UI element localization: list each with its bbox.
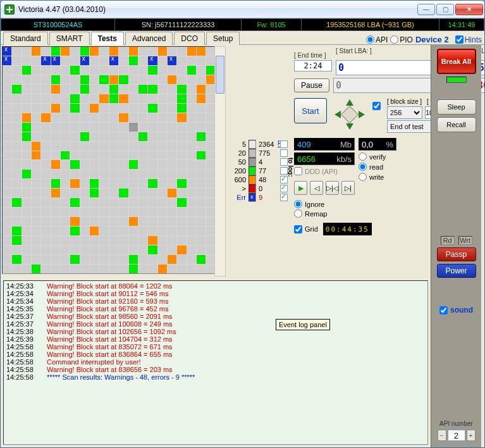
end-time-field[interactable] [294,60,332,72]
legend-log-checkbox[interactable] [280,140,288,148]
scan-cell [177,94,186,103]
scan-cell [61,255,70,264]
scan-cell [119,246,128,254]
legend-swatch [249,149,256,158]
rewind-button[interactable]: ◁ [310,181,323,195]
play-button[interactable]: ▶ [294,181,307,195]
scan-cell [109,94,118,103]
scan-cell [51,132,60,141]
scan-cell [99,179,108,188]
seek-up-icon[interactable] [346,99,353,106]
maximize-button[interactable]: ▢ [436,4,454,15]
sleep-button[interactable]: Sleep [437,99,476,115]
titlebar[interactable]: Victoria 4.47 (03.04.2010) — ▢ ✕ [1,1,484,18]
legend-log-checkbox[interactable] [280,167,288,175]
block-size-label: [ block size ] [387,98,422,105]
scan-cell [148,104,157,113]
scan-cell [22,236,31,245]
scan-cell [41,246,50,254]
scan-cell [148,123,157,132]
recall-button[interactable]: Recall [437,117,476,132]
scan-cell [80,264,89,273]
legend-log-checkbox[interactable] [280,176,288,184]
tab-setup[interactable]: Setup [206,32,240,45]
tab-dco[interactable]: DCO [174,32,205,45]
tab-advanced[interactable]: Advanced [125,32,173,45]
block-size-select[interactable]: 256 [387,106,422,119]
scan-cell [51,264,60,273]
action-remap[interactable]: Remap [294,209,439,218]
api-number-field[interactable] [448,430,465,441]
log-tooltip: Event log panel [276,319,330,330]
skip-button[interactable]: ▷|◁ [326,181,339,195]
scan-cell [168,246,176,254]
latency-legend: RS to log: 5 2364 20 775 50 4 200 77 600… [227,45,290,279]
scan-cell [99,56,108,65]
scan-cell [32,170,40,178]
seek-down-icon[interactable] [346,123,353,130]
event-log-panel[interactable]: Event log panel 14:25:33Warning! Block s… [3,280,428,445]
scan-cell [138,75,147,84]
legend-log-checkbox[interactable] [280,149,288,157]
scan-cell [129,255,138,264]
scan-cell [61,66,70,75]
power-button[interactable]: Power [437,264,476,278]
seek-left-icon[interactable] [335,111,341,118]
scan-cell [148,208,157,216]
scan-cell [158,104,167,113]
scan-cell [12,189,21,197]
log-line: 14:25:58Command interrupted by user! [6,358,425,366]
scan-cell [12,227,21,235]
ddd-checkbox[interactable]: DDD (API) [294,167,355,175]
scan-cell [177,236,186,245]
scan-cell [32,160,40,169]
device-number[interactable]: Device 2 [415,35,449,44]
scan-cell [177,170,186,178]
window-title: Victoria 4.47 (03.04.2010) [18,5,417,14]
scan-cell [99,255,108,264]
scan-cell [90,47,99,56]
scan-cell [3,246,11,254]
pio-radio[interactable]: PIO [390,35,413,44]
tab-smart[interactable]: SMART [49,32,90,45]
tab-tests[interactable]: Tests [91,32,124,45]
scan-cell [158,151,167,160]
scan-cell [70,94,79,103]
log-line: 14:25:38Warning! Block start at 102656 =… [6,328,425,335]
status-lamp [446,77,467,83]
action-ignore[interactable]: Ignore [294,200,439,208]
legend-log-checkbox[interactable] [280,185,288,192]
legend-log-checkbox[interactable] [280,158,288,166]
grid-scrollbar[interactable] [214,46,226,277]
tab-standard[interactable]: Standard [3,32,48,45]
close-button[interactable]: ✕ [455,4,483,15]
start-button[interactable]: Start [294,98,327,123]
scan-cell [41,198,50,207]
diamond-checkbox[interactable] [372,102,381,110]
end-button[interactable]: ▷| [341,181,355,195]
scan-cell [51,151,60,160]
scan-cell [90,160,99,169]
scan-cell [129,198,138,207]
passp-button[interactable]: Passp [437,247,476,261]
scan-cell [51,160,60,169]
sound-checkbox[interactable]: sound [439,306,473,314]
legend-log-checkbox[interactable] [280,194,288,201]
pause-button[interactable]: Pause [294,78,329,92]
drive-firmware: Fw: 8105 [242,19,302,30]
api-radio[interactable]: API [366,35,388,44]
minimize-button[interactable]: — [417,4,435,15]
end-time-label: [ End time ] [294,52,332,59]
hints-checkbox[interactable]: Hints [455,35,482,44]
scan-cell [148,255,157,264]
api-num-down[interactable]: − [438,430,446,441]
api-num-up[interactable]: + [467,430,476,441]
seek-right-icon[interactable] [359,111,365,118]
scan-cell [80,179,89,188]
grid-checkbox[interactable]: Grid [294,225,318,233]
seek-diamond[interactable] [333,98,366,131]
scan-cell [22,132,31,141]
break-all-button[interactable]: Break All [437,49,476,74]
scan-cell [168,160,176,169]
scan-cell [187,198,196,207]
